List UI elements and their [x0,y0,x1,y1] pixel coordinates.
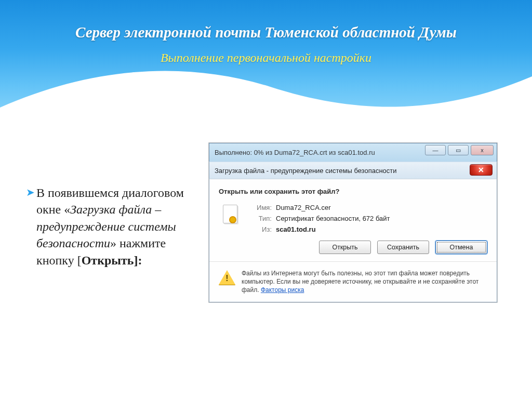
file-meta: Имя: Duma72_RCA.cer Тип: Сертификат безо… [249,204,390,233]
file-info-row: Имя: Duma72_RCA.cer Тип: Сертификат безо… [219,204,487,233]
progress-window-title: Выполнено: 0% из Duma72_RCA.crt из sca01… [215,149,375,156]
dialog-close-button[interactable]: ✕ [470,164,493,176]
close-icon: ✕ [478,166,484,174]
warning-icon: ! [219,269,235,286]
dialog-buttons: Открыть Сохранить Отмена [219,241,487,254]
dialog-screenshot: Выполнено: 0% из Duma72_RCA.crt из sca01… [209,143,497,302]
dialog-title-text: Загрузка файла - предупреждение системы … [215,167,397,175]
minimize-button[interactable]: — [425,145,446,155]
label-type: Тип: [249,215,272,222]
value-name: Duma72_RCA.cer [276,204,390,211]
slide-header: Сервер электронной почты Тюменской облас… [0,0,532,123]
certificate-icon [219,204,242,227]
dialog-question: Открыть или сохранить этот файл? [219,188,487,195]
risk-factors-link[interactable]: Факторы риска [261,286,304,294]
cancel-button[interactable]: Отмена [435,241,487,254]
bullet-bold-open: Открыть]: [82,254,142,267]
dialog-titlebar: Загрузка файла - предупреждение системы … [209,162,497,179]
window-buttons: — ▭ x [425,145,494,155]
open-button[interactable]: Открыть [319,241,371,254]
value-type: Сертификат безопасности, 672 байт [276,215,390,222]
warning-text: Файлы из Интернета могут быть полезны, н… [242,269,487,295]
progress-window-titlebar: Выполнено: 0% из Duma72_RCA.crt из sca01… [209,143,497,162]
instruction-bullet: ➤ В появившемся диалоговом окне «Загрузк… [36,184,192,269]
bullet-open-bracket: [ [77,254,82,267]
label-from: Из: [249,225,272,233]
close-window-button[interactable]: x [471,145,494,155]
slide-title: Сервер электронной почты Тюменской облас… [0,24,532,41]
label-name: Имя: [249,204,272,211]
bullet-marker-icon: ➤ [26,185,35,200]
separator [209,261,497,262]
save-button[interactable]: Сохранить [377,241,429,254]
value-from: sca01.tod.ru [276,225,390,233]
warning-row: ! Файлы из Интернета могут быть полезны,… [219,269,487,295]
dialog-body: Открыть или сохранить этот файл? Имя: Du… [209,179,497,302]
maximize-button[interactable]: ▭ [448,145,469,155]
wave-decoration [0,61,532,123]
